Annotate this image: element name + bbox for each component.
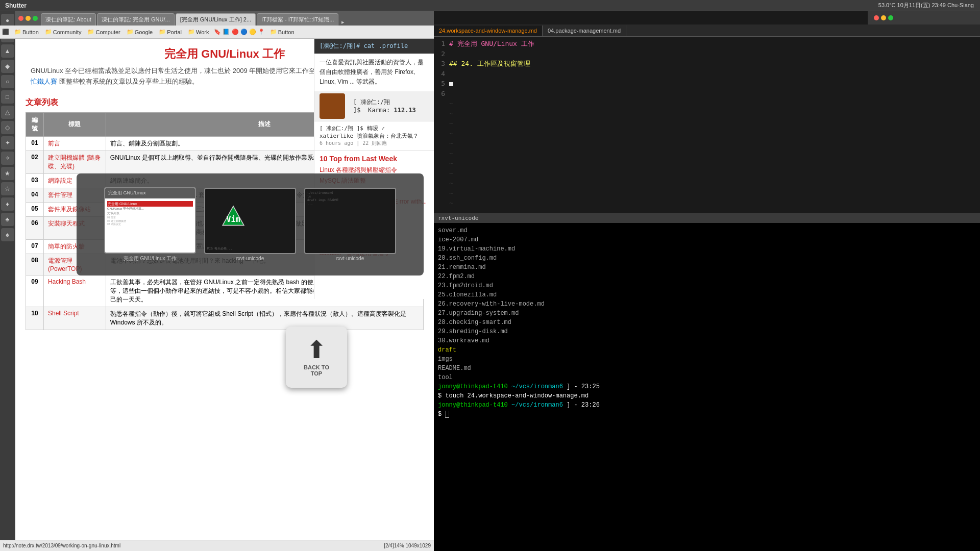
sidebar-icon-4[interactable]: ◆: [1, 60, 14, 73]
article-title[interactable]: Hacking Bash: [43, 275, 106, 307]
topbar-right: 53.0°C 10月11日(五) 23:49 Chu-Siang: [878, 2, 980, 9]
thumb-2[interactable]: Vim MIS 每天必燒...: [204, 188, 296, 254]
term-line-8: 25.clonezilla.md: [438, 290, 976, 299]
editor-line-1: 1 # 完全用 GNU/Linux 工作: [434, 39, 980, 49]
time-ago: 6 hours ago | 22 則回應: [320, 140, 387, 146]
tab-1[interactable]: 凍仁的筆記: About: [41, 13, 96, 26]
karma-prompt: ]$ Karma: 112.13: [353, 107, 416, 114]
term-line-3: 19.virtual-machine.md: [438, 244, 976, 254]
back-to-top-button[interactable]: ⬆ BACK TOTOP: [286, 327, 347, 388]
sidebar-icon-13[interactable]: ♦: [1, 197, 14, 211]
browser-titlebar: 凍仁的筆記: About 凍仁的筆記: 完全用 GNU/... [完全用 GNU…: [15, 11, 434, 26]
thumb-1-content: 完全用 GNU/Linux GNU/Linux 至今已經相當... 文章列表 0…: [105, 198, 195, 228]
terminal-area[interactable]: sover.md ice-2007.md 19.virtual-machine.…: [434, 223, 980, 551]
term-line-11: 28.checking-smart.md: [438, 318, 976, 327]
article-num: 10: [26, 307, 44, 330]
thumb-1-label: 完全用 GNU/Linux 工作: [104, 255, 196, 262]
term-user-1: jonny@thinkpad-t410: [438, 383, 508, 390]
more-tabs-button[interactable]: ▸: [339, 19, 347, 26]
sidebar-icon-8[interactable]: ◇: [1, 121, 14, 134]
sidebar-icon-3[interactable]: ▲: [1, 44, 14, 58]
sidebar-icon-9[interactable]: ✦: [1, 136, 14, 149]
toolbar-nav-back[interactable]: ⬛: [2, 29, 9, 35]
close-button[interactable]: [18, 16, 23, 21]
article-link[interactable]: 前言: [48, 140, 60, 147]
editor-max-button[interactable]: [888, 15, 893, 20]
editor-tilde-8: ~: [434, 168, 980, 179]
editor-tab-2[interactable]: 04.package-management.md: [543, 26, 626, 36]
editor-line-6: 6: [434, 89, 980, 99]
back-to-top-label: BACK TOTOP: [304, 364, 329, 377]
tab-4[interactable]: IT邦檔案 - IT邦幫忙::IT知識...: [257, 13, 338, 26]
sidebar-icon-14[interactable]: ♣: [1, 213, 14, 226]
article-link[interactable]: Shell Script: [48, 310, 79, 317]
bookmark-button2[interactable]: 📁 Button: [267, 28, 298, 36]
sidebar-icon-6[interactable]: □: [1, 90, 14, 104]
term-line-1: sover.md: [438, 226, 976, 235]
article-num: 07: [26, 239, 44, 254]
bookmark-google[interactable]: 📁 Google: [124, 28, 156, 36]
article-link[interactable]: 套件管理: [48, 191, 72, 198]
bookmark-computer-label: Computer: [95, 29, 120, 35]
thumb-container-2: Vim MIS 每天必燒... rxvt-unicode: [204, 188, 296, 261]
term-prompt-2: jonny@thinkpad-t410 ~/vcs/ironman6 ] - 2…: [438, 400, 976, 410]
maximize-button[interactable]: [33, 16, 38, 21]
top10-link-1[interactable]: Linux 各種壓縮與解壓縮指令: [320, 166, 429, 174]
article-link[interactable]: Hacking Bash: [48, 278, 86, 285]
term-line-2: ice-2007.md: [438, 235, 976, 244]
sidebar-icon-7[interactable]: △: [1, 106, 14, 119]
thumb-2-label: rxvt-unicode: [204, 256, 296, 261]
sidebar-icon-12[interactable]: ☆: [1, 182, 14, 195]
sidebar-icon-15[interactable]: ♠: [1, 228, 14, 241]
thumb-3-content: ~/vcs/ironman6 ls draft imgs README ...: [305, 189, 395, 207]
karma-row: [ 凍@仁:/翔 ]$ Karma: 112.13: [314, 91, 434, 121]
editor-titlebar: 24.workspace-and-window-manage....dia/da…: [868, 11, 980, 24]
app-title: Shutter: [0, 2, 32, 9]
bookmark-portal[interactable]: 📁 Portal: [156, 28, 185, 36]
article-link[interactable]: 建立開機媒體 (隨身碟、光碟): [48, 154, 101, 170]
thumb-1[interactable]: 完全用 GNU/Linux 完全用 GNU/Linux GNU/Linux 至今…: [104, 187, 196, 254]
article-title[interactable]: Shell Script: [43, 307, 106, 330]
line-3-content: ## 24. 工作區及視窗管理: [449, 59, 530, 69]
term-line-7: 23.fpm2droid.md: [438, 281, 976, 290]
bookmark-community[interactable]: 📁 Community: [42, 28, 85, 36]
bookmark-label: Button: [22, 29, 39, 35]
term-path-2: ~/vcs/ironman6: [511, 402, 563, 409]
editor-close-button[interactable]: [874, 15, 879, 20]
folder-icon-button2: 📁: [270, 29, 277, 35]
bookmark-computer[interactable]: 📁 Computer: [84, 28, 123, 36]
bookmark-button[interactable]: 📁 Button: [11, 28, 42, 36]
tab-1-label: 凍仁的筆記: About: [45, 16, 91, 23]
tab-2[interactable]: 凍仁的筆記: 完全用 GNU/...: [97, 13, 175, 26]
thumb-3[interactable]: ~/vcs/ironman6 ls draft imgs README ...: [304, 188, 396, 254]
status-text: [ 凍@仁:/翔 ]$ 轉嗳 ✓: [320, 125, 385, 132]
line-1-content: # 完全用 GNU/Linux 工作: [449, 39, 534, 49]
toolbar-icons: 🔖 📘 🔴 🔵 🟡 📍: [214, 29, 264, 35]
thumb-2-content: MIS 每天必燒...: [207, 246, 232, 251]
article-num: 01: [26, 136, 44, 151]
thumb-1-header: 完全用 GNU/Linux: [105, 188, 195, 198]
folder-icon: 📁: [14, 29, 21, 35]
article-title[interactable]: 建立開機媒體 (隨身碟、光碟): [43, 151, 106, 173]
svg-text:Vim: Vim: [226, 215, 240, 224]
editor-tab-1[interactable]: 24.workspace-and-window-manage.md: [434, 26, 543, 36]
article-num: 02: [26, 151, 44, 173]
sidebar-icon-5[interactable]: ○: [1, 75, 14, 88]
editor-min-button[interactable]: [881, 15, 886, 20]
minimize-button[interactable]: [26, 16, 31, 21]
term-path-1: ~/vcs/ironman6: [511, 383, 563, 390]
sidebar-icon-10[interactable]: ✧: [1, 152, 14, 165]
bookmark-work[interactable]: 📁 Work: [185, 28, 212, 36]
bookmark-work-label: Work: [196, 29, 209, 35]
term-draft: draft: [438, 346, 456, 354]
cat-status: [ 凍@仁:/翔 ]$ 轉嗳 ✓ xatierlike 噴浪氣象台：台北天氣？ …: [314, 121, 434, 150]
term-line-imgs: imgs: [438, 355, 976, 364]
tab-3[interactable]: [完全用 GNU/Linux 工作] 2...: [176, 13, 256, 26]
right-panel: 24.workspace-and-window-manage....dia/da…: [434, 11, 980, 551]
editor-area[interactable]: 1 # 完全用 GNU/Linux 工作 2 3 ## 24. 工作區及視窗管理…: [434, 37, 980, 213]
karma-username: [ 凍@仁:/翔: [353, 98, 416, 107]
article-link[interactable]: 網路設定: [48, 177, 72, 184]
sidebar-icon-11[interactable]: ★: [1, 167, 14, 180]
article-title[interactable]: 前言: [43, 136, 106, 151]
browser-status-bar: http://note.drx.tw/2013/09/working-on-gn…: [0, 540, 434, 551]
